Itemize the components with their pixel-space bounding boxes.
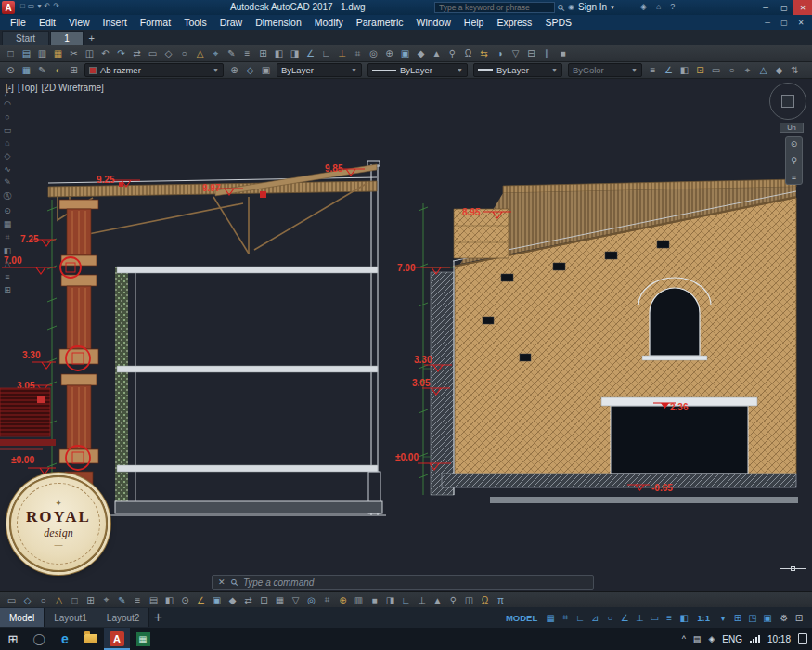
toolbar-icon[interactable]: ■	[367, 593, 382, 607]
toolbar-icon[interactable]: ▽	[508, 46, 523, 60]
menu-spds[interactable]: SPDS	[538, 17, 578, 28]
toolbar-icon[interactable]: ◧	[4, 246, 12, 255]
toolbar-icon[interactable]: ⌗	[319, 593, 335, 607]
toolbar-icon[interactable]: □	[67, 593, 83, 607]
toolbar-icon[interactable]: ∠	[661, 63, 677, 77]
clock[interactable]: 10:18	[767, 634, 791, 644]
toolbar-icon[interactable]: ⌖	[98, 593, 114, 607]
toolbar-icon[interactable]: ◇	[19, 593, 35, 607]
toolbar-icon[interactable]: ◆	[225, 593, 240, 607]
close-button[interactable]: ✕	[793, 0, 812, 15]
toolbar-icon[interactable]: ⊞	[730, 613, 745, 623]
toolbar-icon[interactable]: ⊞	[66, 63, 82, 77]
toolbar-icon[interactable]: ▤	[693, 634, 702, 644]
start-button[interactable]: ⊞	[0, 628, 26, 650]
toolbar-icon[interactable]: ⊞	[4, 285, 11, 294]
toolbar-icon[interactable]: ⚲	[791, 156, 797, 165]
toolbar-icon[interactable]: ⌂	[656, 2, 661, 11]
linetype-dropdown[interactable]: ByLayer▼	[367, 63, 468, 77]
toolbar-icon[interactable]: □	[3, 46, 19, 60]
menu-format[interactable]: Format	[134, 17, 177, 28]
toolbar-icon[interactable]: ╱	[5, 86, 9, 96]
toolbar-icon[interactable]: ■	[555, 46, 571, 60]
minimize-button[interactable]: ─	[756, 0, 775, 15]
toolbar-icon[interactable]: ▤	[146, 593, 161, 607]
toolbar-icon[interactable]: ◎	[303, 593, 319, 607]
notification-center-icon[interactable]	[798, 633, 807, 644]
toolbar-icon[interactable]: ▣	[209, 593, 225, 607]
command-line[interactable]: ✕ ⚲ Type a command	[212, 575, 594, 590]
toolbar-icon[interactable]: ▤	[19, 46, 34, 60]
toolbar-icon[interactable]: ⊕	[335, 593, 351, 607]
toolbar-icon[interactable]: ?	[670, 2, 675, 11]
toolbar-icon[interactable]: ▣	[258, 63, 274, 77]
toolbar-icon[interactable]: ∥	[539, 46, 555, 60]
drawing-area[interactable]: [-] [Top] [2D Wireframe] ╱◠○▭⌂◇∿✎Ⓐ⊙▦⌗◧△≡…	[0, 79, 812, 574]
toolbar-icon[interactable]: ◐	[50, 63, 66, 77]
layer-dropdown[interactable]: Ab razmer ▼	[84, 63, 224, 77]
toolbar-icon[interactable]: ○	[176, 46, 192, 60]
toolbar-icon[interactable]: Ⓐ	[4, 190, 12, 202]
toolbar-icon[interactable]: ◳	[745, 613, 760, 623]
toolbar-icon[interactable]: ∠	[303, 46, 318, 60]
toolbar-icon[interactable]: ≡	[239, 46, 255, 60]
toolbar-icon[interactable]: ▦	[543, 613, 558, 623]
viewcube-label[interactable]: Un	[780, 123, 804, 133]
toolbar-icon[interactable]: ⇄	[240, 593, 256, 607]
tab-layout1[interactable]: Layout1	[45, 608, 97, 627]
toolbar-icon[interactable]: ≡	[662, 613, 677, 623]
tab-layout2[interactable]: Layout2	[97, 608, 150, 627]
toolbar-icon[interactable]: ≡	[5, 272, 9, 281]
toolbar-icon[interactable]: ▭	[28, 2, 35, 10]
maximize-button[interactable]: ▢	[775, 0, 793, 15]
viewcube[interactable]	[769, 83, 806, 120]
toolbar-icon[interactable]: ◧	[161, 593, 177, 607]
toolbar-icon[interactable]: ↷	[113, 46, 129, 60]
new-layout-button[interactable]: +	[149, 608, 166, 627]
toolbar-icon[interactable]: ⌗	[350, 46, 366, 60]
toolbar-icon[interactable]: ▭	[145, 46, 161, 60]
toolbar-icon[interactable]: ⊥	[632, 613, 647, 623]
toolbar-icon[interactable]: ▣	[397, 46, 413, 60]
search-icon[interactable]: ⚲	[228, 577, 240, 589]
tab-drawing-1[interactable]: 1	[50, 31, 84, 46]
toolbar-icon[interactable]: ▦	[50, 46, 66, 60]
toolbar-icon[interactable]: ○	[724, 63, 740, 77]
toolbar-icon[interactable]: ▦	[4, 219, 12, 228]
toolbar-icon[interactable]: ▲	[429, 46, 445, 60]
tab-model[interactable]: Model	[0, 608, 45, 627]
toolbar-icon[interactable]: ⊙	[791, 139, 798, 149]
menu-dimension[interactable]: Dimension	[249, 17, 308, 28]
toolbar-icon[interactable]: ▾	[37, 2, 41, 10]
menu-tools[interactable]: Tools	[177, 17, 213, 28]
sign-in-button[interactable]: Sign In	[578, 2, 607, 12]
toolbar-icon[interactable]: ∠	[193, 593, 209, 607]
autocad-app-icon[interactable]: A	[2, 1, 15, 14]
language-indicator[interactable]: ENG	[722, 634, 742, 644]
toolbar-icon[interactable]: ∠	[617, 613, 632, 623]
toolbar-icon[interactable]: ◇	[5, 151, 11, 161]
document-window-buttons[interactable]: ─▢✕	[760, 19, 812, 27]
toolbar-icon[interactable]: ^	[682, 634, 686, 644]
command-prompt[interactable]: Type a command	[243, 578, 315, 588]
toolbar-icon[interactable]: ▭	[4, 125, 12, 135]
chevron-down-icon[interactable]: ▾	[611, 4, 614, 11]
toolbar-icon[interactable]: ⌗	[558, 612, 573, 623]
network-icon[interactable]	[750, 634, 760, 644]
menu-modify[interactable]: Modify	[308, 17, 350, 28]
toolbar-icon[interactable]: ✎	[34, 63, 50, 77]
toolbar-icon[interactable]: ◨	[287, 46, 303, 60]
toolbar-icon[interactable]: ∟	[573, 613, 587, 623]
toolbar-icon[interactable]: ⊕	[381, 46, 397, 60]
search-input[interactable]	[434, 2, 555, 13]
toolbar-icon[interactable]: ◧	[677, 63, 692, 77]
toolbar-icon[interactable]: ⊡	[692, 63, 708, 77]
toolbar-icon[interactable]: ✂	[66, 46, 82, 60]
toolbar-icon[interactable]: ▦	[19, 63, 34, 77]
toolbar-icon[interactable]: Ω	[460, 46, 476, 60]
taskbar-app-edge[interactable]: e	[52, 628, 78, 650]
lineweight-dropdown[interactable]: ByLayer▼	[473, 63, 562, 77]
toolbar-icon[interactable]: ◠	[4, 99, 11, 109]
toolbar-icon[interactable]: ⊞	[83, 593, 98, 607]
toolbar-icon[interactable]: △	[755, 63, 771, 77]
